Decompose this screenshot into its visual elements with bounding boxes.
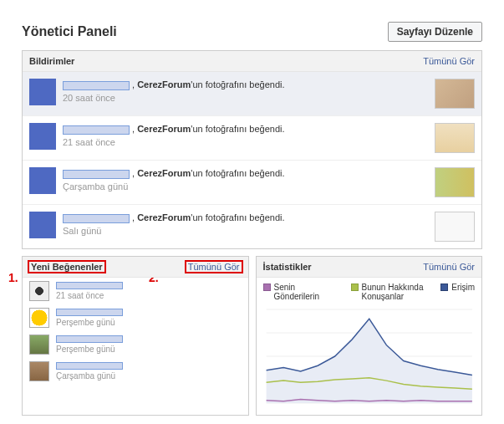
redacted-name xyxy=(63,170,130,179)
liker-time: Perşembe günü xyxy=(56,318,242,327)
redacted-name xyxy=(63,81,130,90)
notification-time: Salı günü xyxy=(63,226,428,236)
liker-row[interactable]: 21 saat önce xyxy=(23,278,248,304)
notification-row[interactable]: , CerezForum'un fotoğrafını beğendi.Salı… xyxy=(23,205,481,248)
legend-reach: Erişim xyxy=(451,283,475,292)
stats-legend: Senin Gönderilerin Bunun Hakkında Konuşa… xyxy=(263,283,476,301)
legend-posts: Senin Gönderilerin xyxy=(274,283,341,301)
notification-row[interactable]: , CerezForum'un fotoğrafını beğendi.20 s… xyxy=(23,72,481,116)
redacted-name xyxy=(56,309,123,316)
edit-page-button[interactable]: Sayfayı Düzenle xyxy=(388,22,482,42)
page-title: Yönetici Paneli xyxy=(22,24,117,39)
avatar xyxy=(29,335,49,355)
new-likers-see-all-link[interactable]: Tümünü Gör xyxy=(185,260,243,273)
swatch-talking xyxy=(351,284,359,291)
notifications-panel: Bildirimler Tümünü Gör , CerezForum'un f… xyxy=(22,50,482,249)
photo-thumbnail[interactable] xyxy=(435,123,475,153)
photo-thumbnail[interactable] xyxy=(435,79,475,109)
page-name: CerezForum xyxy=(137,124,191,134)
new-likers-panel: Yeni Beğenenler Tümünü Gör 21 saat önceP… xyxy=(22,256,249,416)
photo-thumbnail[interactable] xyxy=(435,212,475,242)
legend-talking: Bunun Hakkında Konuşanlar xyxy=(362,283,429,301)
liker-row[interactable]: Çarşamba günü xyxy=(23,358,248,385)
liker-row[interactable]: Perşembe günü xyxy=(23,304,248,331)
notification-time: 21 saat önce xyxy=(63,137,428,147)
stats-title: İstatistikler xyxy=(263,262,312,272)
liker-time: Perşembe günü xyxy=(56,345,242,354)
annotation-1: 1. xyxy=(8,271,18,284)
redacted-name xyxy=(56,362,123,370)
avatar xyxy=(29,212,56,238)
stats-chart xyxy=(263,306,476,406)
photo-thumbnail[interactable] xyxy=(435,167,475,197)
notification-time: 20 saat önce xyxy=(63,93,428,103)
notification-row[interactable]: , CerezForum'un fotoğrafını beğendi.21 s… xyxy=(23,116,481,161)
avatar xyxy=(29,167,56,194)
avatar xyxy=(29,308,49,328)
avatar xyxy=(29,123,56,150)
page-name: CerezForum xyxy=(137,168,191,178)
redacted-name xyxy=(63,214,130,223)
avatar xyxy=(29,361,49,381)
liker-time: 21 saat önce xyxy=(56,291,242,300)
redacted-name xyxy=(63,125,130,135)
swatch-posts xyxy=(263,284,271,291)
avatar xyxy=(29,281,49,301)
new-likers-title: Yeni Beğenenler xyxy=(28,260,106,273)
notification-text: , CerezForum'un fotoğrafını beğendi. xyxy=(63,167,428,180)
redacted-name xyxy=(56,335,123,343)
notification-text: , CerezForum'un fotoğrafını beğendi. xyxy=(63,212,428,224)
redacted-name xyxy=(56,282,123,289)
liker-time: Çarşamba günü xyxy=(56,371,242,381)
notifications-see-all-link[interactable]: Tümünü Gör xyxy=(423,56,475,66)
avatar xyxy=(29,79,56,105)
page-name: CerezForum xyxy=(137,79,191,89)
notifications-title: Bildirimler xyxy=(29,56,74,66)
notification-time: Çarşamba günü xyxy=(63,181,428,192)
stats-see-all-link[interactable]: Tümünü Gör xyxy=(423,262,475,272)
page-name: CerezForum xyxy=(137,212,191,222)
stats-panel: İstatistikler Tümünü Gör Senin Gönderile… xyxy=(256,256,483,416)
liker-row[interactable]: Perşembe günü xyxy=(23,331,248,358)
notification-text: , CerezForum'un fotoğrafını beğendi. xyxy=(63,79,428,91)
swatch-reach xyxy=(440,284,448,291)
notification-row[interactable]: , CerezForum'un fotoğrafını beğendi.Çarş… xyxy=(23,161,481,205)
notification-text: , CerezForum'un fotoğrafını beğendi. xyxy=(63,123,428,135)
